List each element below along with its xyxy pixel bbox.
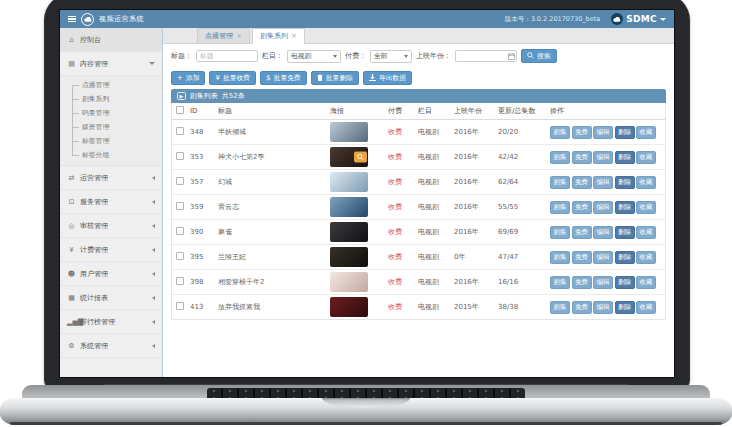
row-action-edit-button[interactable]: 编辑 (593, 301, 613, 314)
row-action-edit-button[interactable]: 编辑 (593, 276, 613, 289)
search-button[interactable]: 搜索 (521, 49, 557, 63)
row-action-delete-button[interactable]: 删除 (615, 226, 635, 239)
table-row: 398 相爱穿梭千年2 收费 电视剧 2016年 16/16 剧集免费编辑删除收… (172, 270, 665, 295)
select-all-checkbox[interactable] (176, 106, 184, 114)
row-action-delete-button[interactable]: 删除 (615, 251, 635, 264)
row-episodes: 47/47 (498, 253, 550, 261)
row-action-favorite-button[interactable]: 收藏 (636, 126, 656, 139)
add-button[interactable]: +添加 (171, 71, 205, 85)
row-id: 353 (190, 153, 218, 161)
tab-series[interactable]: 剧集系列× (252, 28, 305, 44)
sidebar-item-audit[interactable]: ◎审核管理 (60, 214, 162, 238)
sidebar-item-content[interactable]: ▤内容管理 (60, 52, 162, 76)
column-filter-select[interactable]: 电视剧 (287, 50, 341, 63)
row-action-edit-button[interactable]: 编辑 (593, 126, 613, 139)
row-action-episodes-button[interactable]: 剧集 (550, 276, 570, 289)
sidebar-subitem-vod[interactable]: 点播管理 (60, 78, 162, 92)
sidebar-subitem-media-assets[interactable]: 媒资管理 (60, 120, 162, 134)
sidebar-item-billing[interactable]: ¥计费管理 (60, 238, 162, 262)
zoom-overlay-icon[interactable] (354, 152, 367, 163)
tab-vod[interactable]: 点播管理× (197, 28, 250, 43)
hamburger-menu-icon[interactable] (68, 16, 76, 23)
row-checkbox[interactable] (176, 227, 184, 235)
sidebar-item-console[interactable]: ⌂控制台 (60, 28, 162, 52)
sidebar-item-service[interactable]: ⊡服务管理 (60, 190, 162, 214)
sidebar-item-reports[interactable]: ▦统计报表 (60, 286, 162, 310)
row-action-episodes-button[interactable]: 剧集 (550, 301, 570, 314)
poster-thumbnail[interactable] (330, 222, 368, 242)
poster-thumbnail[interactable] (330, 297, 368, 317)
row-action-episodes-button[interactable]: 剧集 (550, 201, 570, 214)
account-menu[interactable]: SDMC (611, 13, 666, 25)
export-data-button[interactable]: 导出数据 (363, 71, 412, 85)
row-checkbox[interactable] (176, 277, 184, 285)
title-filter-input[interactable] (196, 50, 258, 62)
row-action-edit-button[interactable]: 编辑 (593, 201, 613, 214)
sidebar-item-users[interactable]: ☻用户管理 (60, 262, 162, 286)
sidebar-item-ranking[interactable]: ▂▅▇排行榜管理 (60, 310, 162, 334)
row-checkbox[interactable] (176, 252, 184, 260)
title-filter-label: 标题： (171, 51, 192, 61)
row-action-free-button[interactable]: 免费 (572, 201, 592, 214)
row-year: 2016年 (454, 277, 498, 287)
row-action-episodes-button[interactable]: 剧集 (550, 151, 570, 164)
row-checkbox[interactable] (176, 127, 184, 135)
row-action-free-button[interactable]: 免费 (572, 276, 592, 289)
row-action-favorite-button[interactable]: 收藏 (636, 151, 656, 164)
row-action-free-button[interactable]: 免费 (572, 176, 592, 189)
row-action-delete-button[interactable]: 删除 (615, 176, 635, 189)
row-action-episodes-button[interactable]: 剧集 (550, 226, 570, 239)
row-action-favorite-button[interactable]: 收藏 (636, 176, 656, 189)
sidebar-subitem-volume[interactable]: 码量管理 (60, 106, 162, 120)
sidebar-subitem-tags[interactable]: 标签管理 (60, 134, 162, 148)
sidebar-item-operations[interactable]: ⇄运营管理 (60, 166, 162, 190)
row-checkbox[interactable] (176, 177, 184, 185)
batch-charge-button-label: 批量收费 (223, 73, 250, 83)
row-action-free-button[interactable]: 免费 (572, 301, 592, 314)
poster-thumbnail[interactable] (330, 147, 368, 167)
row-action-edit-button[interactable]: 编辑 (593, 251, 613, 264)
poster-thumbnail[interactable] (330, 197, 368, 217)
batch-free-button[interactable]: $批量免费 (260, 71, 307, 85)
row-action-free-button[interactable]: 免费 (572, 251, 592, 264)
pay-filter-select[interactable]: 全部 (370, 50, 412, 63)
row-action-free-button[interactable]: 免费 (572, 151, 592, 164)
row-action-edit-button[interactable]: 编辑 (593, 151, 613, 164)
row-action-favorite-button[interactable]: 收藏 (636, 201, 656, 214)
row-action-edit-button[interactable]: 编辑 (593, 226, 613, 239)
poster-thumbnail[interactable] (330, 272, 368, 292)
sidebar-item-system[interactable]: ⚙系统管理 (60, 334, 162, 358)
row-checkbox[interactable] (176, 302, 184, 310)
row-action-delete-button[interactable]: 删除 (615, 201, 635, 214)
row-action-episodes-button[interactable]: 剧集 (550, 251, 570, 264)
poster-thumbnail[interactable] (330, 247, 368, 267)
poster-thumbnail[interactable] (330, 122, 368, 142)
row-action-favorite-button[interactable]: 收藏 (636, 301, 656, 314)
calendar-icon[interactable] (508, 53, 515, 60)
row-action-free-button[interactable]: 免费 (572, 226, 592, 239)
batch-delete-button[interactable]: 批量删除 (311, 71, 359, 85)
row-action-episodes-button[interactable]: 剧集 (550, 126, 570, 139)
row-checkbox[interactable] (176, 152, 184, 160)
row-action-edit-button[interactable]: 编辑 (593, 176, 613, 189)
close-icon[interactable]: × (236, 33, 242, 40)
sidebar-subitem-series[interactable]: 剧集系列 (60, 92, 162, 106)
row-year: 0年 (454, 252, 498, 262)
row-checkbox[interactable] (176, 202, 184, 210)
row-action-favorite-button[interactable]: 收藏 (636, 226, 656, 239)
row-action-favorite-button[interactable]: 收藏 (636, 251, 656, 264)
row-action-delete-button[interactable]: 删除 (615, 151, 635, 164)
row-action-delete-button[interactable]: 删除 (615, 276, 635, 289)
row-id: 357 (190, 178, 218, 186)
close-icon[interactable]: × (291, 33, 297, 40)
row-action-delete-button[interactable]: 删除 (615, 301, 635, 314)
batch-charge-button[interactable]: ¥批量收费 (209, 71, 256, 85)
table-row: 390 麻雀 收费 电视剧 2016年 69/69 剧集免费编辑删除收藏 (172, 220, 665, 245)
sidebar-subitem-tag-groups[interactable]: 标签分组 (60, 148, 162, 162)
poster-thumbnail[interactable] (330, 172, 368, 192)
row-action-episodes-button[interactable]: 剧集 (550, 176, 570, 189)
row-action-delete-button[interactable]: 删除 (615, 126, 635, 139)
row-action-free-button[interactable]: 免费 (572, 126, 592, 139)
row-actions: 剧集免费编辑删除收藏 (550, 251, 661, 264)
row-action-favorite-button[interactable]: 收藏 (636, 276, 656, 289)
